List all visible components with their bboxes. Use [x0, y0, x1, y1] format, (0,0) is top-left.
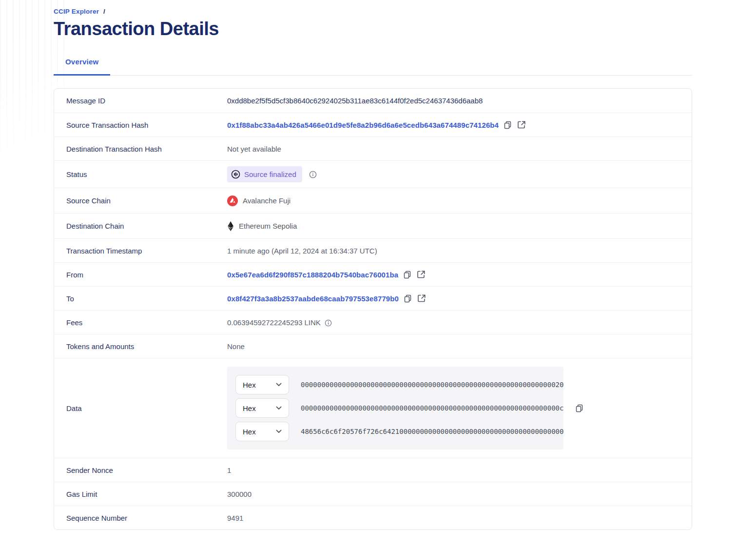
encoding-select[interactable]: Hex: [235, 422, 289, 441]
copy-icon[interactable]: [404, 294, 412, 303]
copy-icon[interactable]: [575, 404, 583, 412]
data-line: Hex 000000000000000000000000000000000000…: [235, 375, 555, 394]
external-link-icon[interactable]: [417, 271, 425, 278]
data-hex-value: 48656c6c6f20576f726c64210000000000000000…: [301, 428, 563, 435]
encoding-select-value: Hex: [243, 404, 256, 412]
chevron-down-icon: [276, 430, 282, 433]
source-tx-hash-link[interactable]: 0x1f88abc33a4ab426a5466e01d9e5fe8a2b96d6…: [227, 121, 499, 129]
copy-icon[interactable]: [504, 120, 512, 129]
gas-limit-value: 300000: [227, 490, 252, 498]
breadcrumb-ccip-explorer-link[interactable]: CCIP Explorer: [54, 8, 99, 15]
ethereum-icon: [227, 221, 234, 232]
table-row-to: To 0x8f427f3a3a8b2537aabde68caab797553e8…: [54, 286, 692, 310]
row-label: Destination Transaction Hash: [54, 145, 227, 153]
row-label: To: [54, 294, 227, 303]
page-content: CCIP Explorer / Transaction Details Over…: [0, 0, 756, 530]
to-address-link[interactable]: 0x8f427f3a3a8b2537aabde68caab797553e8779…: [227, 294, 399, 303]
row-label: Fees: [54, 318, 227, 327]
table-row-timestamp: Transaction Timestamp 1 minute ago (Apri…: [54, 238, 692, 262]
info-icon[interactable]: [309, 171, 317, 178]
row-label: Tokens and Amounts: [54, 342, 227, 351]
table-row-message-id: Message ID 0xdd8be2f5f5d5cf3b8640c629240…: [54, 89, 692, 113]
timestamp-value: 1 minute ago (April 12, 2024 at 16:34:37…: [227, 247, 377, 255]
data-hex-value: 0000000000000000000000000000000000000000…: [301, 381, 563, 389]
transaction-details-table: Message ID 0xdd8be2f5f5d5cf3b8640c629240…: [54, 88, 692, 530]
encoding-select[interactable]: Hex: [235, 398, 289, 418]
row-label: Sender Nonce: [54, 466, 227, 474]
row-label: Source Chain: [54, 196, 227, 205]
row-label: Message ID: [54, 97, 227, 105]
copy-icon[interactable]: [403, 270, 411, 279]
table-row-from: From 0x5e67ea6d6f290f857c1888204b7540bac…: [54, 262, 692, 286]
encoding-select-value: Hex: [243, 428, 256, 436]
row-label: Source Transaction Hash: [54, 121, 227, 129]
table-row-sequence-number: Sequence Number 9491: [54, 506, 692, 529]
row-label: Destination Chain: [54, 222, 227, 230]
avalanche-icon: [227, 196, 238, 206]
table-row-tokens: Tokens and Amounts None: [54, 334, 692, 358]
dest-chain-name: Ethereum Sepolia: [239, 222, 297, 230]
table-row-sender-nonce: Sender Nonce 1: [54, 458, 692, 482]
dest-tx-hash-value: Not yet available: [227, 145, 281, 153]
data-hex-value: 0000000000000000000000000000000000000000…: [301, 404, 563, 412]
status-progress-icon: [231, 170, 240, 179]
chevron-down-icon: [276, 406, 282, 410]
from-address-link[interactable]: 0x5e67ea6d6f290f857c1888204b7540bac76001…: [227, 271, 398, 279]
chevron-down-icon: [276, 383, 282, 387]
sequence-number-value: 9491: [227, 514, 243, 522]
data-line: Hex 000000000000000000000000000000000000…: [235, 398, 555, 418]
encoding-select-value: Hex: [243, 381, 256, 389]
row-label: Transaction Timestamp: [54, 247, 227, 255]
table-row-status: Status Source finalized: [54, 160, 692, 188]
row-label: Status: [54, 170, 227, 178]
external-link-icon[interactable]: [518, 121, 525, 129]
table-row-source-tx-hash: Source Transaction Hash 0x1f88abc33a4ab4…: [54, 113, 692, 137]
sender-nonce-value: 1: [227, 466, 231, 474]
row-label: Sequence Number: [54, 514, 227, 522]
row-label: Gas Limit: [54, 490, 227, 498]
row-label: Data: [54, 404, 227, 412]
table-row-gas-limit: Gas Limit 300000: [54, 482, 692, 506]
external-link-icon[interactable]: [418, 294, 426, 302]
tokens-value: None: [227, 342, 245, 351]
source-chain-name: Avalanche Fuji: [243, 196, 291, 205]
status-badge: Source finalized: [227, 166, 302, 182]
fees-value: 0.06394592722245293 LINK: [227, 318, 321, 327]
data-line: Hex 48656c6c6f20576f726c6421000000000000…: [235, 422, 555, 441]
info-icon[interactable]: [325, 319, 332, 327]
table-row-dest-chain: Destination Chain Ethereum Sepolia: [54, 213, 692, 238]
message-id-value: 0xdd8be2f5f5d5cf3b8640c62924025b311ae83c…: [227, 97, 483, 105]
table-row-source-chain: Source Chain Avalanche Fuji: [54, 188, 692, 213]
row-label: From: [54, 271, 227, 279]
tab-bar: Overview: [54, 58, 692, 76]
data-hex-box: Hex 000000000000000000000000000000000000…: [227, 367, 563, 450]
encoding-select[interactable]: Hex: [235, 375, 289, 394]
tab-overview[interactable]: Overview: [54, 58, 110, 76]
page-title: Transaction Details: [54, 19, 692, 39]
breadcrumb-separator: /: [103, 8, 105, 15]
table-row-data: Data Hex 0000000000000000000000000000000…: [54, 358, 692, 458]
breadcrumb: CCIP Explorer /: [54, 8, 692, 15]
table-row-dest-tx-hash: Destination Transaction Hash Not yet ava…: [54, 137, 692, 160]
table-row-fees: Fees 0.06394592722245293 LINK: [54, 310, 692, 334]
status-badge-label: Source finalized: [244, 170, 296, 178]
